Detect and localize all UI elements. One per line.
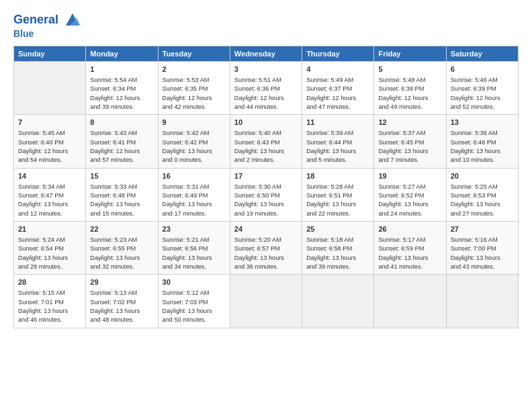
cell-text: and 50 minutes. [163,316,226,324]
cell-text: and 10 minutes. [451,156,514,165]
week-row-4: 21Sunrise: 5:24 AMSunset: 6:54 PMDayligh… [14,221,519,274]
day-number: 10 [234,118,298,128]
day-number: 3 [234,64,298,75]
cell-text: Sunrise: 5:17 AM [378,236,441,244]
cell-text: Sunrise: 5:24 AM [18,236,81,244]
cell-text: Daylight: 13 hours [90,200,153,209]
cell-text: Daylight: 13 hours [306,200,369,209]
week-row-5: 28Sunrise: 5:15 AMSunset: 7:01 PMDayligh… [14,275,519,328]
cell-2-1: 7Sunrise: 5:45 AMSunset: 6:40 PMDaylight… [14,115,86,168]
header-row: SundayMondayTuesdayWednesdayThursdayFrid… [14,46,519,62]
cell-3-4: 17Sunrise: 5:30 AMSunset: 6:50 PMDayligh… [230,168,302,221]
cell-text: and 12 minutes. [18,210,81,218]
cell-text: Sunrise: 5:28 AM [306,183,369,191]
cell-text: Sunrise: 5:46 AM [451,76,514,85]
day-number: 25 [306,224,369,235]
cell-text: Sunset: 7:02 PM [90,298,153,307]
cell-text: and 46 minutes. [18,316,81,324]
cell-4-7: 27Sunrise: 5:16 AMSunset: 7:00 PMDayligh… [446,221,518,274]
cell-text: Sunset: 6:41 PM [90,138,153,147]
cell-text: Daylight: 13 hours [378,254,441,263]
cell-text: Sunrise: 5:27 AM [378,183,441,191]
cell-text: Daylight: 12 hours [163,94,226,103]
cell-1-1 [14,62,86,115]
cell-text: and 54 minutes. [18,156,81,165]
day-number: 6 [451,64,514,75]
cell-text: and 24 minutes. [378,210,441,218]
cell-1-3: 2Sunrise: 5:53 AMSunset: 6:35 PMDaylight… [158,62,230,115]
day-number: 28 [18,277,81,288]
cell-text: Sunrise: 5:20 AM [234,236,298,244]
cell-4-5: 25Sunrise: 5:18 AMSunset: 6:58 PMDayligh… [302,221,374,274]
day-number: 1 [90,64,153,75]
cell-text: and 39 minutes. [90,103,153,111]
col-header-sunday: Sunday [14,46,86,62]
cell-1-2: 1Sunrise: 5:54 AMSunset: 6:34 PMDaylight… [86,62,158,115]
cell-2-3: 9Sunrise: 5:42 AMSunset: 6:42 PMDaylight… [158,115,230,168]
day-number: 15 [90,171,153,182]
cell-text: Sunset: 6:38 PM [378,85,441,93]
day-number: 5 [378,64,441,75]
cell-text: Sunset: 6:45 PM [378,138,441,147]
cell-text: Sunset: 6:49 PM [163,191,226,200]
week-row-1: 1Sunrise: 5:54 AMSunset: 6:34 PMDaylight… [14,62,519,115]
cell-text: Daylight: 13 hours [234,147,298,156]
cell-text: Sunset: 6:54 PM [18,244,81,253]
cell-text: Sunrise: 5:45 AM [18,129,81,138]
cell-text: Daylight: 13 hours [451,254,514,263]
cell-text: and 15 minutes. [90,210,153,218]
cell-text: Sunrise: 5:43 AM [90,129,153,138]
cell-text: Sunrise: 5:34 AM [18,183,81,191]
cell-text: Sunset: 6:48 PM [90,191,153,200]
day-number: 26 [378,224,441,235]
cell-text: and 17 minutes. [163,210,226,218]
cell-text: Sunrise: 5:39 AM [306,129,369,138]
cell-text: Sunrise: 5:25 AM [451,183,514,191]
cell-text: Sunrise: 5:51 AM [234,76,298,85]
cell-3-6: 19Sunrise: 5:27 AMSunset: 6:52 PMDayligh… [374,168,446,221]
cell-2-5: 11Sunrise: 5:39 AMSunset: 6:44 PMDayligh… [302,115,374,168]
cell-text: Sunset: 6:37 PM [306,85,369,93]
col-header-thursday: Thursday [302,46,374,62]
week-row-3: 14Sunrise: 5:34 AMSunset: 6:47 PMDayligh… [14,168,519,221]
calendar-table: SundayMondayTuesdayWednesdayThursdayFrid… [13,46,519,328]
cell-text: and 34 minutes. [163,263,226,271]
cell-text: Sunrise: 5:13 AM [90,289,153,298]
cell-3-1: 14Sunrise: 5:34 AMSunset: 6:47 PMDayligh… [14,168,86,221]
day-number: 17 [234,171,298,182]
col-header-monday: Monday [86,46,158,62]
logo-text: General [13,11,82,30]
cell-text: Sunset: 7:01 PM [18,298,81,307]
cell-3-3: 16Sunrise: 5:31 AMSunset: 6:49 PMDayligh… [158,168,230,221]
cell-2-4: 10Sunrise: 5:40 AMSunset: 6:43 PMDayligh… [230,115,302,168]
cell-text: Sunset: 6:46 PM [451,138,514,147]
day-number: 9 [163,118,226,128]
cell-text: Sunrise: 5:16 AM [451,236,514,244]
cell-5-2: 29Sunrise: 5:13 AMSunset: 7:02 PMDayligh… [86,275,158,328]
cell-text: Sunrise: 5:49 AM [306,76,369,85]
cell-1-5: 4Sunrise: 5:49 AMSunset: 6:37 PMDaylight… [302,62,374,115]
cell-text: Sunset: 6:35 PM [163,85,226,93]
cell-text: and 5 minutes. [306,156,369,165]
cell-1-4: 3Sunrise: 5:51 AMSunset: 6:36 PMDaylight… [230,62,302,115]
cell-2-6: 12Sunrise: 5:37 AMSunset: 6:45 PMDayligh… [374,115,446,168]
day-number: 21 [18,224,81,235]
cell-2-7: 13Sunrise: 5:36 AMSunset: 6:46 PMDayligh… [446,115,518,168]
cell-text: Daylight: 12 hours [306,94,369,103]
cell-5-1: 28Sunrise: 5:15 AMSunset: 7:01 PMDayligh… [14,275,86,328]
day-number: 23 [163,224,226,235]
cell-text: Daylight: 13 hours [18,307,81,316]
cell-text: and 47 minutes. [306,103,369,111]
cell-text: Sunset: 6:52 PM [378,191,441,200]
cell-text: Sunset: 6:43 PM [234,138,298,147]
cell-text: Daylight: 13 hours [90,254,153,263]
cell-text: and 48 minutes. [90,316,153,324]
cell-text: and 57 minutes. [90,156,153,165]
cell-4-3: 23Sunrise: 5:21 AMSunset: 6:56 PMDayligh… [158,221,230,274]
day-number: 22 [90,224,153,235]
day-number: 16 [163,171,226,182]
cell-text: Sunset: 7:00 PM [451,244,514,253]
cell-3-7: 20Sunrise: 5:25 AMSunset: 6:53 PMDayligh… [446,168,518,221]
cell-text: Daylight: 13 hours [234,254,298,263]
cell-text: and 36 minutes. [234,263,298,271]
